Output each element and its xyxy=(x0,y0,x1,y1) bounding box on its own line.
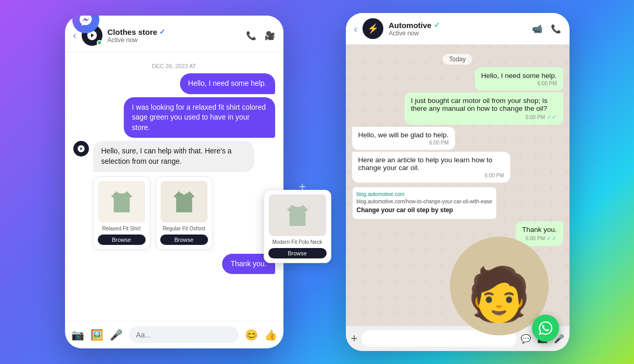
product-card-2: Regular Fit Oxford Browse xyxy=(156,176,213,250)
message-thank-you: Thank you. xyxy=(73,254,275,275)
wa-add-button[interactable]: + xyxy=(351,332,358,345)
whatsapp-header: ‹ ⚡ Automotive ✓ Active now 📹 📞 xyxy=(346,13,570,45)
wa-link-title: Change your car oil step by step xyxy=(357,206,493,214)
camera-icon[interactable]: 📷 xyxy=(71,329,84,341)
panels-wrapper: + ‹ Clothes store ✓ Active now xyxy=(65,13,570,351)
online-indicator xyxy=(97,40,102,45)
products-row: Relaxed Fit Shirt Browse Regular Fit Oxf… xyxy=(93,176,275,250)
wa-contact-avatar: ⚡ xyxy=(363,18,383,39)
browse-button-3[interactable]: Browse xyxy=(268,248,327,258)
sent-bubble-1: Hello, I need some help. xyxy=(180,73,275,94)
date-label: DEC 26, 2023 AT xyxy=(73,63,275,69)
received-bubble-1: Hello, sure, I can help with that. Here'… xyxy=(93,141,254,172)
wa-msg-received-2: Here are an article to help you learn ho… xyxy=(352,152,563,183)
wa-contact-info: Automotive ✓ Active now xyxy=(389,21,526,37)
phone-icon[interactable]: 📞 xyxy=(246,31,256,41)
product-image-1 xyxy=(98,181,145,223)
wa-msg-received-1: Hello, we will be glad to help. 6:00 PM xyxy=(352,127,563,150)
message-sent-2: I was looking for a relaxed fit shirt co… xyxy=(73,97,275,138)
wa-verified-badge: ✓ xyxy=(434,21,440,29)
wa-msg-sent-2: I just bought car motor oil from your sh… xyxy=(352,93,563,125)
wa-phone-icon[interactable]: 📞 xyxy=(551,24,561,34)
wa-date-chip: Today xyxy=(352,54,563,63)
product-card-3: Modern Fit Polo Neck Browse xyxy=(264,190,331,263)
verified-badge: ✓ xyxy=(159,28,165,36)
product-name-2: Regular Fit Oxford xyxy=(160,226,208,231)
wa-read-ticks-5: ✓✓ xyxy=(547,235,557,242)
wa-sent-bubble-2: I just bought car motor oil from your sh… xyxy=(405,93,563,125)
person-emoji: 🧑 xyxy=(467,268,532,320)
product-name-3: Modern Fit Polo Neck xyxy=(268,239,327,245)
messenger-chat-body: DEC 26, 2023 AT Hello, I need some help.… xyxy=(65,53,283,321)
product-name-1: Relaxed Fit Shirt xyxy=(98,226,146,231)
third-product-overlay: Modern Fit Polo Neck Browse xyxy=(264,190,331,263)
microphone-icon[interactable]: 🎤 xyxy=(110,329,123,341)
wa-msg-sent-3: Thank you. 6:00 PM ✓✓ xyxy=(352,222,563,246)
wa-link-domain: blog.automotive.com xyxy=(357,191,493,197)
wa-time-2: 6:00 PM ✓✓ xyxy=(411,113,557,121)
messenger-panel: ‹ Clothes store ✓ Active now 📞 🎥 D xyxy=(65,16,283,348)
wa-contact-status: Active now xyxy=(389,30,526,37)
wa-link-card-wrapper: blog.automotive.com blog.automotive.com/… xyxy=(352,185,563,219)
svg-point-0 xyxy=(182,190,186,194)
emoji-icon[interactable]: 😊 xyxy=(245,329,258,341)
product-image-3 xyxy=(269,194,326,236)
wa-video-icon[interactable]: 📹 xyxy=(532,24,542,34)
gallery-icon[interactable]: 🖼️ xyxy=(90,329,103,341)
message-received-1: Hello, sure, I can help with that. Here'… xyxy=(73,141,275,172)
messenger-footer: 📷 🖼️ 🎤 😊 👍 xyxy=(65,321,283,348)
wa-link-card[interactable]: blog.automotive.com blog.automotive.com/… xyxy=(352,187,497,219)
wa-time-5: 6:00 PM ✓✓ xyxy=(522,235,557,242)
whatsapp-float-button[interactable] xyxy=(532,315,559,342)
product-image-2 xyxy=(161,181,208,223)
header-action-icons: 📞 🎥 xyxy=(246,31,275,41)
message-sent-1: Hello, I need some help. xyxy=(73,73,275,94)
wa-sent-bubble-1: Hello, I need some help. 6:00 PM xyxy=(475,68,563,90)
wa-received-bubble-1: Hello, we will be glad to help. 6:00 PM xyxy=(352,127,455,150)
browse-button-1[interactable]: Browse xyxy=(98,235,146,245)
contact-name: Clothes store ✓ xyxy=(108,28,241,36)
contact-status: Active now xyxy=(108,36,241,44)
back-button[interactable]: ‹ xyxy=(73,30,76,41)
wa-header-action-icons: 📹 📞 xyxy=(532,24,561,34)
browse-button-2[interactable]: Browse xyxy=(160,235,208,245)
product-card-1: Relaxed Fit Shirt Browse xyxy=(93,176,150,250)
video-icon[interactable]: 🎥 xyxy=(265,31,275,41)
received-avatar xyxy=(73,141,89,157)
plus-decoration-middle: + xyxy=(299,179,306,194)
wa-contact-name: Automotive ✓ xyxy=(389,21,526,30)
sent-bubble-2: I was looking for a relaxed fit shirt co… xyxy=(124,97,275,138)
thumbs-up-icon[interactable]: 👍 xyxy=(264,329,277,341)
wa-back-button[interactable]: ‹ xyxy=(354,23,358,35)
wa-time-3: 6:00 PM xyxy=(358,140,449,146)
wa-read-ticks-2: ✓✓ xyxy=(547,113,557,121)
contact-info: Clothes store ✓ Active now xyxy=(108,28,241,44)
wa-link-full-url: blog.automotive.com/how-to-change-your-c… xyxy=(357,199,493,204)
wa-time-4: 6:00 PM xyxy=(358,173,504,178)
wa-msg-sent-1: Hello, I need some help. 6:00 PM xyxy=(352,68,563,90)
message-input[interactable] xyxy=(129,327,239,343)
wa-time-1: 6:00 PM xyxy=(481,81,557,86)
wa-sticker-icon[interactable]: 💬 xyxy=(521,334,531,344)
wa-received-bubble-2: Here are an article to help you learn ho… xyxy=(352,152,511,183)
